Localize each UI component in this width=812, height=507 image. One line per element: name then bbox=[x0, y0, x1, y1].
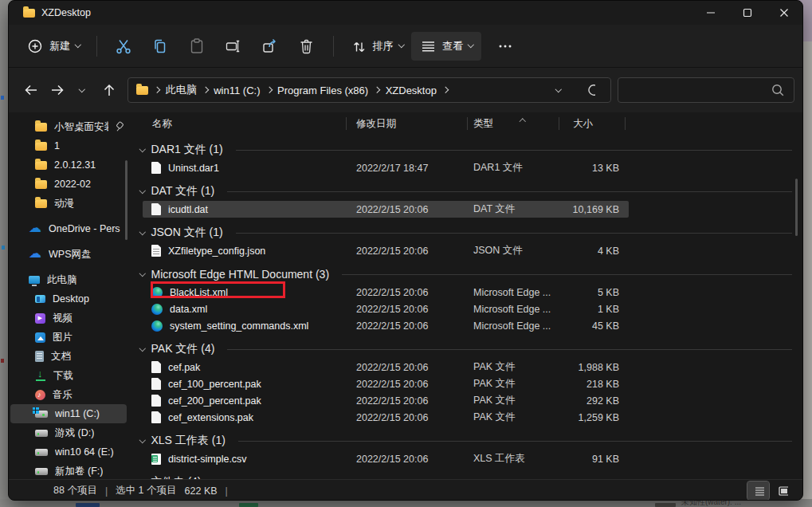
share-button[interactable] bbox=[254, 31, 286, 61]
plus-circle-icon bbox=[26, 37, 44, 55]
pictures-icon bbox=[35, 332, 45, 343]
refresh-icon bbox=[586, 82, 595, 98]
sidebar-item[interactable]: 2022-02 bbox=[10, 175, 127, 194]
file-size: 1,259 KB bbox=[565, 412, 629, 423]
sidebar-scrollbar[interactable] bbox=[125, 160, 127, 240]
sidebar-item-label: OneDrive - Pers bbox=[49, 223, 120, 234]
file-row[interactable]: cef_200_percent.pak2022/2/15 20:06PAK 文件… bbox=[143, 392, 629, 409]
close-button[interactable] bbox=[766, 1, 802, 25]
file-row[interactable]: icudtl.dat2022/2/15 20:06DAT 文件10,169 KB bbox=[143, 201, 629, 218]
sidebar-item[interactable]: win10 64 (E:) bbox=[10, 442, 127, 462]
sidebar-item[interactable]: 音乐 bbox=[10, 385, 127, 404]
file-name-cell: cef_extensions.pak bbox=[143, 411, 356, 423]
breadcrumb-item[interactable]: Program Files (x86) bbox=[277, 84, 368, 96]
paste-button[interactable] bbox=[181, 31, 213, 61]
column-header-date[interactable]: 修改日期 bbox=[356, 117, 473, 131]
file-name: icudtl.dat bbox=[168, 204, 208, 215]
file-type: Microsoft Edge ... bbox=[473, 287, 565, 298]
file-row[interactable]: cef_100_percent.pak2022/2/15 20:06PAK 文件… bbox=[143, 375, 629, 392]
delete-button[interactable] bbox=[291, 31, 323, 61]
file-row[interactable]: Uninst.dar12022/2/17 18:47DAR1 文件13 KB bbox=[143, 159, 629, 176]
window-controls bbox=[692, 1, 802, 25]
sidebar-item[interactable]: 小智桌面安装 bbox=[10, 117, 127, 136]
minimize-button[interactable] bbox=[692, 1, 729, 25]
more-button[interactable] bbox=[489, 31, 521, 61]
group-label: XLS 工作表 (1) bbox=[151, 434, 226, 448]
toolbar-divider bbox=[96, 36, 97, 57]
group-header[interactable]: 文件夹 (4) bbox=[140, 473, 802, 479]
sidebar-item[interactable]: OneDrive - Pers bbox=[10, 219, 127, 238]
file-date: 2022/2/15 20:06 bbox=[356, 304, 473, 315]
column-headers: 名称 修改日期 类型 大小 bbox=[143, 112, 629, 135]
breadcrumb-item[interactable]: XZDesktop bbox=[386, 84, 437, 96]
maximize-button[interactable] bbox=[729, 1, 766, 25]
wps-cloud-icon bbox=[29, 249, 41, 260]
sort-button[interactable]: 排序 bbox=[342, 32, 412, 61]
sidebar-item[interactable]: win11 (C:) bbox=[10, 404, 127, 423]
group-header[interactable]: XLS 工作表 (1) bbox=[140, 431, 802, 450]
file-list-scrollbar[interactable] bbox=[795, 179, 798, 236]
refresh-button[interactable] bbox=[581, 77, 600, 103]
large-icons-view-button[interactable] bbox=[771, 481, 793, 500]
group-label: 文件夹 (4) bbox=[151, 475, 202, 479]
new-button[interactable]: 新建 bbox=[18, 32, 88, 61]
breadcrumb-item[interactable]: 此电脑 bbox=[166, 83, 197, 97]
folder-icon bbox=[136, 86, 148, 95]
column-divider[interactable] bbox=[346, 117, 347, 130]
sidebar-item-label: 图片 bbox=[53, 331, 73, 344]
file-row[interactable]: district-simple.csv2022/2/15 20:06XLS 工作… bbox=[143, 450, 629, 467]
cut-button[interactable] bbox=[108, 31, 139, 61]
chevron-down-icon bbox=[139, 270, 146, 277]
sidebar-item[interactable]: Desktop bbox=[10, 289, 127, 309]
breadcrumb-item[interactable]: win11 (C:) bbox=[214, 84, 260, 96]
sidebar-item[interactable]: 文档 bbox=[10, 347, 127, 366]
sidebar-item[interactable]: 新加卷 (F:) bbox=[10, 462, 127, 479]
group-header[interactable]: DAR1 文件 (1) bbox=[140, 140, 802, 159]
chevron-down-icon bbox=[79, 86, 85, 92]
breadcrumb[interactable]: 此电脑win11 (C:)Program Files (x86)XZDeskto… bbox=[127, 77, 611, 103]
sidebar-item[interactable]: WPS网盘 bbox=[10, 245, 127, 264]
sidebar-item[interactable]: 2.0.12.31 bbox=[10, 155, 127, 175]
group-header[interactable]: DAT 文件 (1) bbox=[140, 182, 802, 201]
group-header[interactable]: Microsoft Edge HTML Document (3) bbox=[140, 265, 802, 284]
recent-locations-button[interactable] bbox=[70, 77, 94, 103]
explorer-window: XZDesktop 新建 bbox=[8, 0, 803, 501]
file-row[interactable]: cef.pak2022/2/15 20:06PAK 文件1,988 KB bbox=[143, 359, 629, 375]
rename-button[interactable] bbox=[218, 31, 249, 61]
address-dropdown-button[interactable] bbox=[551, 77, 567, 103]
sidebar-item[interactable]: 图片 bbox=[10, 328, 127, 347]
file-row[interactable]: XZfiletype_config.json2022/2/15 20:06JSO… bbox=[143, 242, 629, 259]
column-divider[interactable] bbox=[559, 117, 559, 130]
sidebar-item-label: WPS网盘 bbox=[49, 248, 91, 261]
sidebar-item[interactable]: 下载 bbox=[10, 366, 127, 385]
column-divider[interactable] bbox=[625, 117, 626, 130]
view-button[interactable]: 查看 bbox=[411, 32, 481, 61]
folder-icon bbox=[35, 180, 47, 189]
up-button[interactable] bbox=[96, 77, 120, 103]
file-row[interactable]: BlackList.xml2022/2/15 20:06Microsoft Ed… bbox=[143, 284, 629, 301]
details-view-button[interactable] bbox=[747, 481, 769, 500]
column-header-name[interactable]: 名称 bbox=[143, 117, 356, 131]
file-type: PAK 文件 bbox=[473, 377, 565, 391]
file-groups: DAR1 文件 (1)Uninst.dar12022/2/17 18:47DAR… bbox=[128, 140, 802, 479]
column-header-size[interactable]: 大小 bbox=[565, 117, 629, 131]
search-input[interactable] bbox=[626, 84, 770, 97]
file-row[interactable]: cef_extensions.pak2022/2/15 20:06PAK 文件1… bbox=[143, 409, 629, 426]
file-row[interactable]: data.xml2022/2/15 20:06Microsoft Edge ..… bbox=[143, 301, 629, 317]
forward-button[interactable] bbox=[44, 77, 69, 103]
sidebar-item[interactable]: 此电脑 bbox=[10, 270, 127, 289]
back-button[interactable] bbox=[18, 77, 42, 103]
column-header-type[interactable]: 类型 bbox=[473, 117, 565, 131]
sidebar-item[interactable]: 动漫 bbox=[10, 194, 127, 213]
group-header[interactable]: PAK 文件 (4) bbox=[140, 340, 802, 359]
sidebar-item[interactable]: 游戏 (D:) bbox=[10, 423, 127, 442]
group-underline bbox=[236, 150, 792, 151]
file-size: 91 KB bbox=[565, 454, 629, 465]
drive-icon bbox=[35, 449, 48, 456]
copy-button[interactable] bbox=[144, 31, 176, 61]
column-divider[interactable] bbox=[467, 117, 468, 130]
group-header[interactable]: JSON 文件 (1) bbox=[140, 223, 802, 242]
file-row[interactable]: system_setting_commands.xml2022/2/15 20:… bbox=[143, 317, 629, 334]
sidebar-item[interactable]: 视频 bbox=[10, 309, 127, 328]
sidebar-item[interactable]: 1 bbox=[10, 136, 127, 155]
